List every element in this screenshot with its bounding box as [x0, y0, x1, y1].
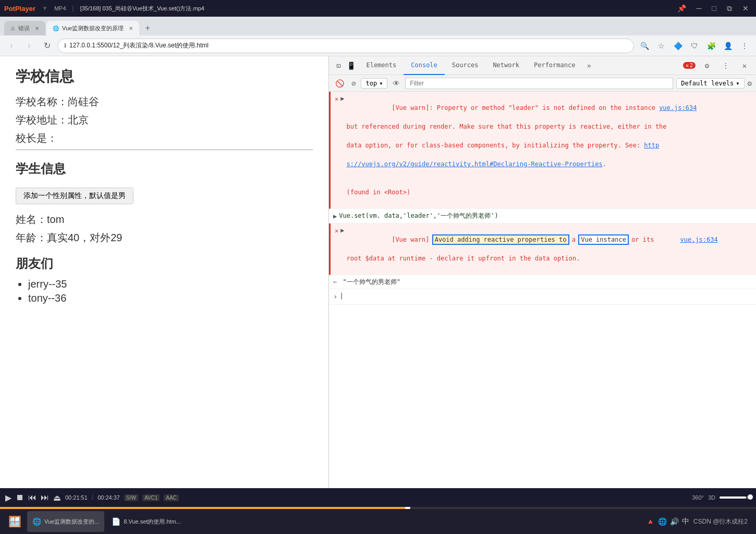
console-filter-input[interactable]: [405, 78, 673, 89]
browser-tabs: ⚠ 错误 ✕ 🌐 Vue监测数据改变的原理 ✕ +: [0, 17, 756, 35]
eye-icon[interactable]: 👁: [391, 78, 402, 89]
tab-vue-close[interactable]: ✕: [129, 26, 133, 31]
error-icon: ✕: [686, 63, 689, 68]
taskbar-item-vue[interactable]: 🌐 Vue监测数据改变的...: [27, 511, 104, 532]
tab-vue[interactable]: 🌐 Vue监测数据改变的原理 ✕: [46, 21, 139, 35]
menu-icon[interactable]: ⋮: [737, 39, 752, 53]
devtools-tabs: ⊡ 📱 Elements Console Sources Network Per…: [329, 56, 756, 75]
prev-button[interactable]: ⏮: [28, 493, 36, 502]
devtools-device-icon[interactable]: 📱: [344, 61, 359, 70]
new-tab-button[interactable]: +: [140, 21, 155, 35]
result-arrow: ←: [333, 277, 337, 287]
error-count: 2: [690, 63, 693, 68]
tab-network[interactable]: Network: [485, 56, 527, 75]
stop-button[interactable]: ⏹: [16, 493, 24, 502]
friend-item-2: tony--36: [28, 292, 313, 304]
console-entry-4: ← "一个帅气的男老师": [329, 275, 756, 289]
tab-console[interactable]: Console: [404, 56, 445, 75]
maximize-button[interactable]: □: [709, 3, 720, 14]
webpage-content: 学校信息 学校名称：尚硅谷 学校地址：北京 校长是： 学生信息 添加一个性别属性…: [0, 56, 328, 534]
context-selector[interactable]: top ▾: [361, 78, 387, 89]
devtools-inspect-icon[interactable]: ⊡: [333, 61, 344, 70]
current-time: 00:21:51: [65, 494, 88, 501]
restore-button[interactable]: ⧉: [724, 3, 735, 14]
friend-item-1: jerry--35: [28, 278, 313, 290]
audio-codec-tag: AAC: [164, 494, 179, 501]
tray-icons: 🔺 🌐 🔊 中: [646, 517, 689, 526]
tab-error-label: 错误: [18, 24, 30, 32]
minimize-button[interactable]: ─: [693, 3, 705, 14]
eject-button[interactable]: ⏏: [53, 493, 61, 503]
devtools-more-icon[interactable]: ⋮: [718, 58, 733, 73]
prompt-icon: ›: [333, 291, 337, 302]
pin-button[interactable]: 📌: [674, 3, 689, 14]
console-text-3: [Vue warn] Avoid adding reactive propert…: [346, 226, 752, 272]
principal: 校长是：: [16, 131, 313, 145]
school-title: 学校信息: [16, 67, 313, 86]
devtools-close-icon[interactable]: ✕: [737, 58, 752, 73]
school-address: 学校地址：北京: [16, 113, 313, 127]
reactivity-link-2[interactable]: s://vuejs.org/v2/guide/reactivity.html#D…: [346, 160, 602, 168]
log-levels-selector[interactable]: Default levels ▾: [676, 78, 744, 89]
vue-warn-link-1[interactable]: vue.js:634: [659, 104, 697, 111]
console-input-line[interactable]: › |: [329, 289, 756, 305]
taskbar-file-icon: 📄: [112, 517, 120, 526]
reactivity-link[interactable]: http: [644, 142, 659, 149]
student-title: 学生信息: [16, 160, 313, 177]
search-icon[interactable]: 🔍: [637, 39, 652, 53]
taskbar-vue-icon: 🌐: [32, 517, 41, 526]
tab-error[interactable]: ⚠ 错误 ✕: [4, 21, 45, 35]
error-icon-3: ✕: [335, 226, 338, 235]
console-cursor[interactable]: |: [339, 291, 752, 301]
devtools-settings-icon[interactable]: ⚙: [700, 58, 714, 73]
security-icon: ℹ: [64, 42, 66, 49]
friends-list: jerry--35 tony--36: [16, 278, 313, 304]
shield-icon[interactable]: 🛡: [687, 39, 702, 53]
vue-warn-link-3[interactable]: vue.js:634: [680, 236, 718, 243]
console-text-4: "一个帅气的男老师": [339, 277, 752, 287]
extension-icon[interactable]: 🔷: [670, 39, 685, 53]
school-name: 学校名称：尚硅谷: [16, 95, 313, 109]
address-bar[interactable]: ℹ 127.0.0.1:5500/12_列表渲染/8.Vue.set的使用.ht…: [57, 39, 634, 53]
3d-label: 3D: [708, 494, 715, 501]
add-gender-button[interactable]: 添加一个性别属性，默认值是男: [16, 188, 133, 204]
tab-elements[interactable]: Elements: [359, 56, 404, 75]
tray-lang-icon[interactable]: 中: [682, 517, 689, 526]
toolbar-icons: 🔍 ☆ 🔷 🛡 🧩 👤 ⋮: [637, 39, 752, 53]
browser-main: 学校信息 学校名称：尚硅谷 学校地址：北京 校长是： 学生信息 添加一个性别属性…: [0, 56, 756, 534]
expand-1[interactable]: ▶: [340, 94, 344, 103]
devtools-more-tabs[interactable]: »: [582, 61, 595, 70]
taskbar-item-file[interactable]: 📄 8.Vue.set的使用.htm...: [106, 511, 186, 532]
bookmark-icon[interactable]: ☆: [654, 39, 668, 53]
volume-fill: [720, 496, 746, 499]
tray-network-icon[interactable]: 🌐: [658, 517, 667, 526]
expand-3[interactable]: ▶: [340, 226, 344, 235]
console-settings-icon[interactable]: ⚙: [748, 79, 752, 88]
tab-sources[interactable]: Sources: [445, 56, 486, 75]
volume-bar[interactable]: [720, 496, 751, 499]
back-button[interactable]: ‹: [4, 39, 19, 53]
potplayer-logo[interactable]: PotPlayer: [4, 5, 35, 13]
clear-console-button[interactable]: 🚫: [333, 78, 346, 89]
next-button[interactable]: ⏭: [41, 493, 49, 502]
expand-icon-2[interactable]: ▶: [333, 212, 337, 221]
filter-icon[interactable]: ⊘: [349, 78, 358, 89]
console-entry-1: ✕ ▶ [Vue warn]: Property or method "lead…: [329, 92, 756, 209]
total-time: 00:24:37: [97, 494, 120, 501]
tray-volume-icon[interactable]: 🔊: [670, 517, 679, 526]
tray-up-icon[interactable]: 🔺: [646, 517, 655, 526]
window-controls: 📌 ─ □ ⧉ ✕: [674, 3, 752, 14]
tab-performance[interactable]: Performance: [527, 56, 582, 75]
tab-vue-label: Vue监测数据改变的原理: [62, 24, 124, 32]
tab-error-close[interactable]: ✕: [35, 26, 39, 31]
profile-icon[interactable]: 👤: [721, 39, 735, 53]
start-button[interactable]: 🪟: [4, 511, 25, 532]
student-age: 年龄：真实40，对外29: [16, 231, 313, 245]
console-output: ✕ ▶ [Vue warn]: Property or method "lead…: [329, 92, 756, 534]
refresh-button[interactable]: ↻: [40, 39, 54, 53]
close-button[interactable]: ✕: [739, 3, 752, 14]
play-button[interactable]: ▶: [5, 493, 11, 503]
forward-button[interactable]: ›: [22, 39, 36, 53]
tab-error-favicon: ⚠: [10, 26, 15, 31]
puzzle-icon[interactable]: 🧩: [704, 39, 718, 53]
